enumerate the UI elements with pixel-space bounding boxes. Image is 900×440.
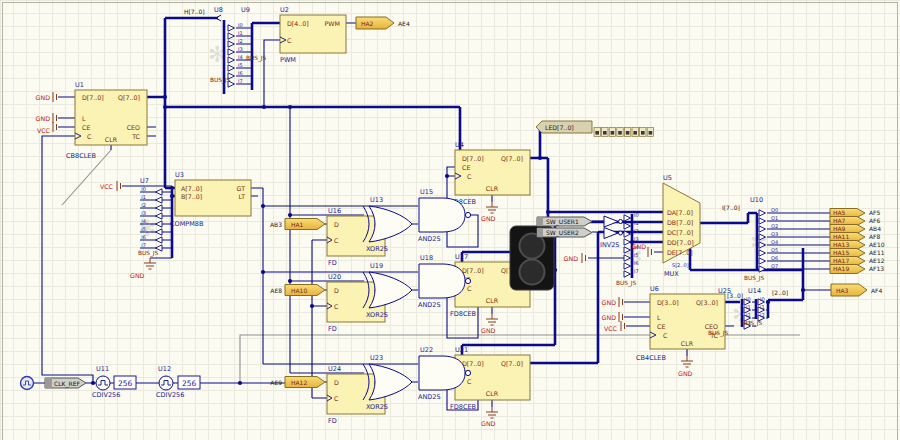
tap-label: I2 xyxy=(634,228,639,234)
reg-type: FD8CEB xyxy=(450,403,476,411)
u6-ref: U6 xyxy=(650,285,659,293)
u11-value: 256 xyxy=(118,379,133,388)
tap-label: I4 xyxy=(238,54,243,60)
vcc-symbol-icon xyxy=(53,122,57,132)
row-pin-label: AE9 xyxy=(270,379,282,386)
u6-type: CB4CLEB xyxy=(636,354,666,362)
fd-ref: U24 xyxy=(328,365,341,373)
u7-ref: U7 xyxy=(140,177,149,185)
bus-tap-icon[interactable] xyxy=(228,65,235,71)
tap-label: I3 xyxy=(141,210,146,216)
bus-tap-icon[interactable] xyxy=(228,25,235,31)
inverter-gate[interactable] xyxy=(604,216,623,227)
sw-gnd-label: GND xyxy=(564,255,579,262)
u10-ref: U10 xyxy=(750,196,763,204)
bus-tap-icon[interactable] xyxy=(156,213,163,219)
tap-label: I7 xyxy=(141,242,146,248)
fd-pin-d: D xyxy=(334,221,339,228)
fd-pin-c: C xyxy=(334,237,339,244)
bus-tap-icon[interactable] xyxy=(228,41,235,47)
u7-gnd-label: GND xyxy=(130,272,145,279)
led-square-dot xyxy=(595,131,599,135)
u5-type: MUX xyxy=(664,270,679,278)
bus-tap-icon[interactable] xyxy=(228,33,235,39)
tap-label: I0 xyxy=(760,296,765,302)
bus-js-label: BUS_JS xyxy=(246,55,267,62)
bus-tap-icon[interactable] xyxy=(228,49,235,55)
mux-input-label: DE[7..0] xyxy=(667,249,693,256)
u1-pin-tc: TC xyxy=(131,133,140,140)
xor-type: XOR2S xyxy=(366,245,388,253)
vcc-symbol-icon xyxy=(117,181,121,191)
bus-tap-icon[interactable] xyxy=(156,205,163,211)
mux-input-label: DD[7..0] xyxy=(667,239,694,246)
output-pad-label: HA7 xyxy=(833,217,846,224)
bus-tap-icon[interactable] xyxy=(759,218,766,224)
output-pin-label: AE11 xyxy=(869,249,885,256)
bus-tap-column[interactable]: I0I1I2 xyxy=(758,296,765,322)
led-tag-label: LED[7..0] xyxy=(545,124,574,131)
fd-ref: U20 xyxy=(328,273,341,281)
reg-ref: U21 xyxy=(455,346,468,354)
bus-js-label: BUS_JS xyxy=(210,77,231,84)
u6-gnd-bottom-label: GND xyxy=(678,370,693,377)
gnd-icon xyxy=(486,407,498,418)
ha2-pin-label: AE4 xyxy=(398,20,410,27)
u8-ref: U8 xyxy=(214,6,223,14)
bus-tap-icon[interactable] xyxy=(759,258,766,264)
u1-pin-l: L xyxy=(82,115,86,122)
xor-type: XOR2S xyxy=(366,311,388,319)
u9-ref: U9 xyxy=(241,6,250,14)
tap-label: I5 xyxy=(238,62,243,68)
led-square-dot xyxy=(611,131,615,135)
and-type: AND2S xyxy=(418,301,441,309)
u1-gnd2-label: GND xyxy=(36,115,51,122)
output-pad-label: HA17 xyxy=(833,257,849,264)
output-pad-label: HA5 xyxy=(833,209,846,216)
bus-arrowhead xyxy=(216,15,221,21)
xor-ref: U13 xyxy=(370,196,383,204)
u1-pin-ceo: CEO xyxy=(127,124,140,131)
mux-input-label: DB[7..0] xyxy=(667,219,693,226)
bus-tap-column[interactable]: I0I1I2I3I4I5I6I7 xyxy=(228,22,243,88)
bus-tap-icon[interactable] xyxy=(156,229,163,235)
bus-tap-icon[interactable] xyxy=(759,210,766,216)
u6-gnd1-label: GND xyxy=(602,299,617,306)
mux-input-label: DA[7..0] xyxy=(667,209,693,216)
output-pin-label: AE12 xyxy=(869,257,885,264)
sw-user2-hatch xyxy=(537,228,543,237)
fd-ref: U16 xyxy=(328,207,341,215)
gnd-symbol-icon xyxy=(53,113,57,123)
u2-pin-c: C xyxy=(287,37,292,44)
reg-pin-d: D[7..0] xyxy=(462,267,484,274)
u6-pin-c: C xyxy=(663,332,668,339)
tap-label: I6 xyxy=(141,234,146,240)
reg-pin-d: D[7..0] xyxy=(462,155,484,162)
xor-ref: U23 xyxy=(370,354,383,362)
bus-tap-icon[interactable] xyxy=(156,237,163,243)
u6-pin-q: Q[3..0] xyxy=(696,299,718,306)
bus-tap-icon[interactable] xyxy=(624,215,631,221)
u6-pin-d: D[3..0] xyxy=(657,299,679,306)
tap-label: I2 xyxy=(746,312,751,318)
bus-tap-icon[interactable] xyxy=(228,57,235,63)
tap-label: I6 xyxy=(238,70,243,76)
tap-label: I2 xyxy=(238,38,243,44)
gnd-icon xyxy=(144,258,156,269)
oscillator-icon[interactable] xyxy=(21,377,34,390)
bus-tap-icon[interactable] xyxy=(156,221,163,227)
reg-pin-c: C xyxy=(467,173,472,180)
u14-ref: U14 xyxy=(748,287,761,295)
fd-pin-c: C xyxy=(334,395,339,402)
gnd-symbol-icon xyxy=(53,92,57,102)
u6-pin-clr: CLR xyxy=(681,340,694,347)
bus-tap-icon[interactable] xyxy=(624,223,631,229)
bus-tap-icon[interactable] xyxy=(156,189,163,195)
schematic-canvas[interactable]: ✻ ✻ ✻ ✻ ✻ ✻ U1 CB8CLEB D[7..0] Q[7..0] L… xyxy=(0,0,900,440)
u1-ref: U1 xyxy=(75,81,84,89)
bus-tap-icon[interactable] xyxy=(156,197,163,203)
sw-user1-label: SW_USER1 xyxy=(546,218,579,226)
led-square-dot xyxy=(618,131,622,135)
bus-tap-icon[interactable] xyxy=(624,271,631,277)
inverter-gate[interactable] xyxy=(604,228,623,239)
